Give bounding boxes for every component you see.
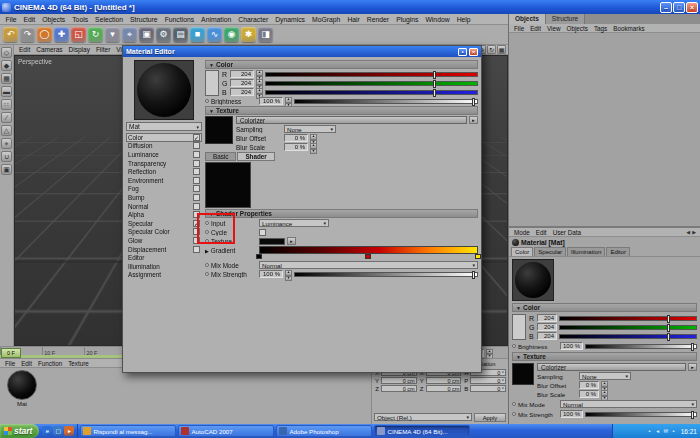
add-nurbs-icon[interactable]: ◉	[224, 27, 239, 42]
objects-menu-edit[interactable]: Edit	[527, 25, 544, 32]
dialog-pin-button[interactable]: ▪	[458, 48, 467, 56]
blur-offset-field[interactable]: 0 %	[284, 134, 308, 142]
mix-mode-select[interactable]: Normal ▾	[259, 261, 478, 269]
tray-indicator-3-icon[interactable]: ✉	[662, 427, 670, 435]
material-preview[interactable]	[134, 60, 194, 120]
coord-field-size-z[interactable]: 0 cm	[426, 385, 462, 392]
channel-alpha[interactable]: Alpha	[126, 210, 202, 219]
mix-strength-field[interactable]: 100 %	[259, 270, 283, 278]
slider-handle[interactable]	[472, 98, 475, 106]
anim-dot-icon[interactable]	[512, 344, 516, 348]
g-stepper[interactable]: ▲▼	[256, 79, 263, 87]
snap-icon[interactable]: ∪	[1, 151, 12, 162]
shader-texture-slot[interactable]	[259, 238, 285, 245]
add-spline-icon[interactable]: ∿	[207, 27, 222, 42]
texture-section-header[interactable]: ▼ Texture	[205, 106, 478, 115]
menu-animation[interactable]: Animation	[198, 16, 235, 23]
texture-popup-button[interactable]: ▸	[469, 116, 478, 124]
b-stepper[interactable]: ▲▼	[256, 88, 263, 96]
objects-menu-tags[interactable]: Tags	[591, 25, 610, 32]
channel-specular[interactable]: Specular✓	[126, 219, 202, 228]
slider-handle[interactable]	[433, 71, 436, 79]
menu-mograph[interactable]: MoGraph	[309, 16, 344, 23]
attr-brightness-slider[interactable]	[585, 344, 697, 349]
lock-icon[interactable]: ▣	[1, 164, 12, 175]
slider-handle[interactable]	[433, 80, 436, 88]
objects-menu-file[interactable]: File	[511, 25, 527, 32]
objects-menu-objects[interactable]: Objects	[564, 25, 591, 32]
gradient-bar[interactable]	[259, 246, 478, 254]
channel-normal[interactable]: Normal	[126, 202, 202, 211]
menu-tools[interactable]: Tools	[69, 16, 92, 23]
menu-plugins[interactable]: Plugins	[393, 16, 422, 23]
menu-character[interactable]: Character	[235, 16, 272, 23]
channel-checkbox[interactable]	[193, 237, 200, 244]
anim-dot-icon[interactable]	[205, 239, 209, 243]
channel-checkbox[interactable]: ✓	[193, 134, 200, 141]
rotate-view-icon[interactable]: ↻	[487, 45, 496, 54]
attr-texture-popup-button[interactable]: ▸	[688, 363, 697, 371]
attr-material-preview[interactable]	[512, 259, 554, 301]
coord-field-rotation-b[interactable]: 0 °	[470, 385, 506, 392]
menu-edit[interactable]: Edit	[20, 16, 39, 23]
anim-dot-icon[interactable]	[205, 263, 209, 267]
channel-reflection[interactable]: Reflection	[126, 167, 202, 176]
window-titlebar[interactable]: CINEMA 4D (64 Bit) - [Untitled *] – □ ×	[0, 0, 700, 14]
timeline-current-frame[interactable]: 0 F	[1, 348, 21, 358]
coord-field-rotation-p[interactable]: 0 °	[470, 377, 506, 384]
render-view-icon[interactable]: ▣	[139, 27, 154, 42]
channel-checkbox[interactable]	[193, 151, 200, 158]
taskbar-item-cinema-4d-64-bit[interactable]: CINEMA 4D (64 Bit)...	[374, 425, 470, 437]
attr-tab-illumination[interactable]: Illumination	[567, 247, 605, 256]
channel-transparency[interactable]: Transparency	[126, 159, 202, 168]
taskbar-item-adobe-photoshop[interactable]: Adobe Photoshop	[276, 425, 372, 437]
timeline-end-stepper[interactable]: ▲▼	[486, 349, 493, 357]
slider-handle[interactable]	[667, 315, 670, 323]
channel-checkbox[interactable]	[193, 160, 200, 167]
viewport-menu-filter[interactable]: Filter	[93, 46, 113, 53]
tab-basic[interactable]: Basic	[205, 152, 236, 161]
attr-tab-color[interactable]: Color	[511, 247, 533, 256]
attr-g-slider[interactable]	[559, 325, 697, 330]
channel-glow[interactable]: Glow	[126, 236, 202, 245]
tray-indicator-4-icon[interactable]: ▪	[670, 427, 678, 435]
channel-checkbox[interactable]	[193, 203, 200, 210]
channel-fog[interactable]: Fog	[126, 185, 202, 194]
workplane-mode-icon[interactable]: ▬	[1, 86, 12, 97]
slider-handle[interactable]	[691, 411, 694, 419]
channel-luminance[interactable]: Luminance	[126, 150, 202, 159]
chevron-right-icon[interactable]: ▶	[205, 248, 209, 254]
attr-sampling-select[interactable]: None ▾	[579, 372, 631, 380]
dialog-close-button[interactable]: ×	[469, 48, 478, 56]
texture-shader-button[interactable]: Colorizer	[236, 116, 467, 124]
attr-blur-scale-stepper[interactable]: ▲▼	[601, 390, 608, 398]
menu-render[interactable]: Render	[363, 16, 392, 23]
gradient-knot[interactable]	[475, 254, 481, 259]
material-thumbnail[interactable]: Mat	[4, 370, 40, 422]
mix-strength-slider[interactable]	[294, 272, 478, 277]
taskbar-item-rispondi-al-messag[interactable]: Rispondi al messag...	[80, 425, 176, 437]
material-editor-titlebar[interactable]: Material Editor ▪ ×	[123, 46, 481, 57]
attr-blur-scale-field[interactable]: 0 %	[579, 390, 599, 398]
tab-structure[interactable]: Structure	[546, 14, 585, 24]
slider-handle[interactable]	[691, 343, 694, 351]
attr-tab-specular[interactable]: Specular	[534, 247, 566, 256]
anim-dot-icon[interactable]	[205, 272, 209, 276]
cycle-checkbox[interactable]	[259, 229, 266, 236]
add-light-icon[interactable]: ✱	[241, 27, 256, 42]
slider-handle[interactable]	[472, 271, 475, 279]
shader-preview[interactable]	[205, 162, 251, 208]
move-icon[interactable]: ✚	[54, 27, 69, 42]
channel-checkbox[interactable]	[193, 246, 200, 253]
attr-mix-strength-field[interactable]: 100 %	[560, 410, 583, 418]
shader-texture-popup-button[interactable]: ▸	[287, 237, 296, 245]
attr-blur-offset-field[interactable]: 0 %	[579, 381, 599, 389]
materials-menu-function[interactable]: Function	[35, 360, 65, 367]
channel-checkbox[interactable]	[193, 185, 200, 192]
rotate-icon[interactable]: ↻	[88, 27, 103, 42]
redo-icon[interactable]: ↷	[20, 27, 35, 42]
tray-indicator-2-icon[interactable]: ◂	[654, 427, 662, 435]
attr-blur-offset-stepper[interactable]: ▲▼	[601, 381, 608, 389]
channel-checkbox[interactable]	[193, 142, 200, 149]
blur-offset-stepper[interactable]: ▲▼	[310, 134, 317, 142]
